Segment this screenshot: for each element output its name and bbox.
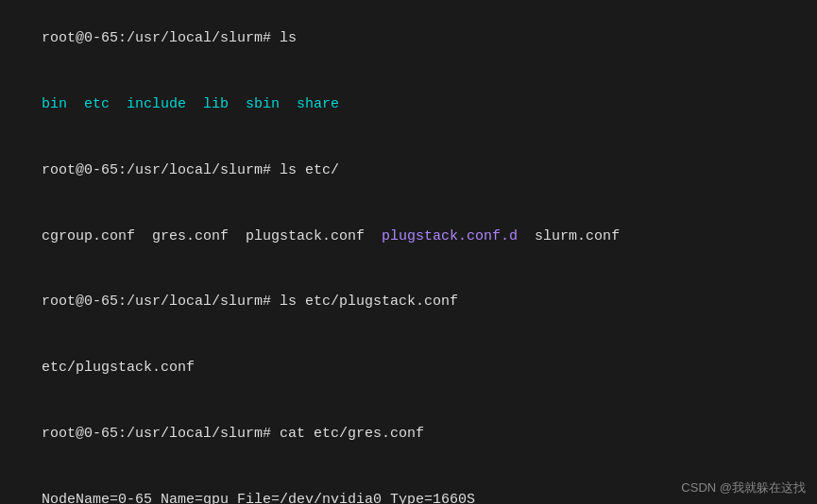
terminal-line: root@0-65:/usr/local/slurm# cat etc/gres… [8,401,809,467]
ls-item: bin etc include lib sbin share [42,96,339,112]
output-text: cgroup.conf gres.conf plugstack.conf [42,228,382,244]
terminal-line: root@0-65:/usr/local/slurm# ls etc/ [8,138,809,204]
output-text: NodeName=0-65 Name=gpu File=/dev/nvidia0… [42,492,475,505]
output-highlight: plugstack.conf.d [382,228,518,244]
prompt-text: root@0-65:/usr/local/slurm# [42,162,280,178]
terminal-line: cgroup.conf gres.conf plugstack.conf plu… [8,203,809,269]
prompt-text: root@0-65:/usr/local/slurm# [42,426,280,442]
command-text: cat etc/gres.conf [280,426,424,442]
command-text: ls etc/plugstack.conf [280,294,458,310]
prompt-text: root@0-65:/usr/local/slurm# [42,294,280,310]
watermark: CSDN @我就躲在这找 [681,479,806,496]
terminal-line: bin etc include lib sbin share [8,72,809,138]
prompt-text: root@0-65:/usr/local/slurm# [42,30,280,46]
command-text: ls etc/ [280,162,339,178]
terminal: root@0-65:/usr/local/slurm# ls bin etc i… [0,0,817,504]
terminal-line: root@0-65:/usr/local/slurm# ls [8,6,809,72]
terminal-line: etc/plugstack.conf [8,335,809,401]
terminal-line: root@0-65:/usr/local/slurm# ls etc/plugs… [8,269,809,335]
output-text: slurm.conf [518,228,620,244]
output-text: etc/plugstack.conf [42,360,195,376]
command-text: ls [280,30,297,46]
